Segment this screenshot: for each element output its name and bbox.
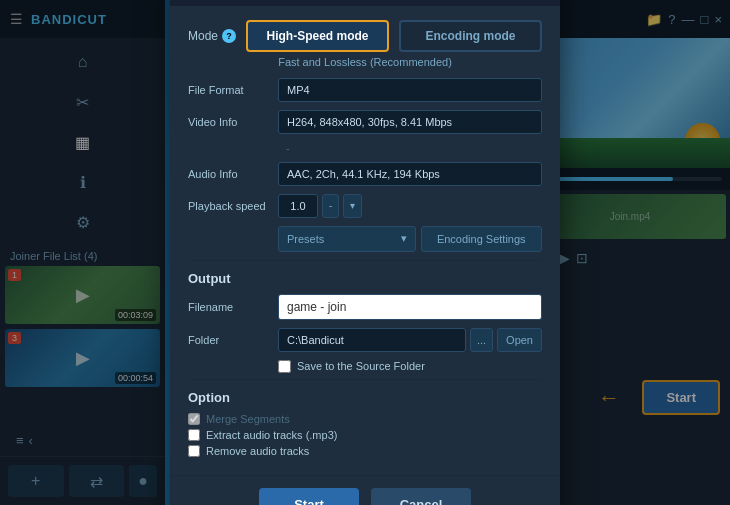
audio-info-value: AAC, 2Ch, 44.1 KHz, 194 Kbps	[278, 162, 542, 186]
playback-speed-row: Playback speed - ▾	[188, 194, 542, 218]
divider-2	[188, 379, 542, 380]
video-info-value: H264, 848x480, 30fps, 8.41 Mbps	[278, 110, 542, 134]
merge-segments-label: Merge Segments	[206, 413, 290, 425]
file-format-row: File Format MP4	[188, 78, 542, 102]
folder-browse-button[interactable]: ...	[470, 328, 493, 352]
folder-controls: C:\Bandicut ... Open	[278, 328, 542, 352]
mode-label: Mode ?	[188, 29, 236, 43]
modal-start-button[interactable]: Start	[259, 488, 359, 506]
folder-row: Folder C:\Bandicut ... Open	[188, 328, 542, 352]
playback-speed-up[interactable]: ▾	[343, 194, 362, 218]
audio-dash-row: -	[188, 142, 542, 154]
audio-info-label: Audio Info	[188, 168, 278, 180]
file-format-value: MP4	[278, 78, 542, 102]
save-source-label: Save to the Source Folder	[297, 360, 425, 372]
folder-value: C:\Bandicut	[278, 328, 466, 352]
extract-audio-label: Extract audio tracks (.mp3)	[206, 429, 337, 441]
divider-1	[188, 260, 542, 261]
save-source-checkbox[interactable]	[278, 360, 291, 373]
video-info-label: Video Info	[188, 116, 278, 128]
extract-audio-row: Extract audio tracks (.mp3)	[188, 429, 542, 441]
mode-help-icon[interactable]: ?	[222, 29, 236, 43]
filename-label: Filename	[188, 301, 278, 313]
high-speed-mode-button[interactable]: High-Speed mode	[246, 20, 389, 52]
playback-speed-down[interactable]: -	[322, 194, 339, 218]
file-format-label: File Format	[188, 84, 278, 96]
encoding-settings-button[interactable]: Encoding Settings	[421, 226, 543, 252]
playback-speed-label: Playback speed	[188, 200, 278, 212]
mode-description: Fast and Lossless (Recommended)	[188, 56, 542, 68]
modal-body: Mode ? High-Speed mode Encoding mode Fas…	[170, 6, 560, 475]
output-section-title: Output	[188, 271, 542, 286]
modal-overlay: BANDICUT × Mode ? High-Speed mode Encodi…	[0, 0, 730, 505]
video-info-row: Video Info H264, 848x480, 30fps, 8.41 Mb…	[188, 110, 542, 134]
mode-row: Mode ? High-Speed mode Encoding mode	[188, 20, 542, 52]
remove-audio-label: Remove audio tracks	[206, 445, 309, 457]
audio-info-row: Audio Info AAC, 2Ch, 44.1 KHz, 194 Kbps	[188, 162, 542, 186]
presets-label: Presets	[287, 233, 324, 245]
merge-segments-checkbox[interactable]	[188, 413, 200, 425]
export-dialog: BANDICUT × Mode ? High-Speed mode Encodi…	[170, 0, 560, 505]
remove-audio-row: Remove audio tracks	[188, 445, 542, 457]
presets-button[interactable]: Presets ▾	[278, 226, 416, 252]
option-section-title: Option	[188, 390, 542, 405]
encoding-mode-button[interactable]: Encoding mode	[399, 20, 542, 52]
filename-row: Filename	[188, 294, 542, 320]
modal-cancel-button[interactable]: Cancel	[371, 488, 471, 506]
playback-speed-controls: - ▾	[278, 194, 542, 218]
merge-segments-row: Merge Segments	[188, 413, 542, 425]
folder-label: Folder	[188, 334, 278, 346]
remove-audio-checkbox[interactable]	[188, 445, 200, 457]
save-source-row: Save to the Source Folder	[278, 360, 542, 373]
presets-row: Presets ▾ Encoding Settings	[188, 226, 542, 252]
modal-footer: Start Cancel	[170, 475, 560, 506]
presets-controls: Presets ▾ Encoding Settings	[278, 226, 542, 252]
playback-speed-input[interactable]	[278, 194, 318, 218]
presets-chevron-icon: ▾	[401, 232, 407, 245]
extract-audio-checkbox[interactable]	[188, 429, 200, 441]
folder-open-button[interactable]: Open	[497, 328, 542, 352]
filename-input[interactable]	[278, 294, 542, 320]
audio-dash-value: -	[278, 142, 542, 154]
